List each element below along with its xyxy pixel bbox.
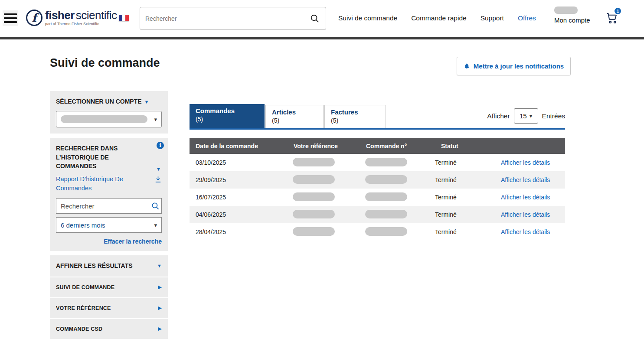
entries-label-before: Afficher <box>487 112 510 120</box>
column-header-order-number: Commande n° <box>360 143 435 150</box>
header-divider <box>0 37 644 39</box>
filter-votre-reference[interactable]: VOTRE RÉFÉRENCE ▶ <box>50 298 168 318</box>
chevron-down-icon: ▾ <box>154 116 157 123</box>
redacted-account-value <box>61 115 147 123</box>
view-details-link[interactable]: Afficher les détails <box>501 159 550 166</box>
triangle-right-icon: ▶ <box>158 326 162 332</box>
table-row: 04/06/2025 Terminé Afficher les détails <box>190 206 565 223</box>
order-history-report-link[interactable]: Rapport D’historique De Commandes <box>56 175 138 193</box>
order-status: Terminé <box>435 194 501 201</box>
filter-commande-csd[interactable]: COMMANDE CSD ▶ <box>50 319 168 339</box>
refine-results-title: AFFINER LES RÉSULTATS <box>56 261 133 270</box>
fisher-logo[interactable]: f fisherscientific part of Thermo Fisher… <box>26 10 117 26</box>
table-row: 29/09/2025 Terminé Afficher les détails <box>190 171 565 189</box>
entries-control: Afficher 15 ▾ Entrées <box>487 108 565 124</box>
chevron-down-icon: ▾ <box>154 222 157 228</box>
language-flag-fr-icon[interactable] <box>119 15 129 21</box>
account-select[interactable]: ▾ <box>56 111 162 127</box>
redacted-order-number <box>365 192 407 201</box>
logo-tagline: part of Thermo Fisher Scientific <box>45 22 117 26</box>
download-icon[interactable] <box>154 176 162 193</box>
table-header-row: Date de la commande Votre référence Comm… <box>190 138 565 154</box>
redacted-reference <box>293 192 335 201</box>
order-status: Terminé <box>435 228 501 235</box>
order-date: 29/09/2025 <box>190 176 288 183</box>
page-title: Suivi de commande <box>50 56 160 70</box>
order-status: Terminé <box>435 211 501 218</box>
cart-badge: 1 <box>614 7 622 15</box>
select-account-title: SÉLECTIONNER UN COMPTE <box>56 98 142 105</box>
account-label: Mon compte <box>554 16 590 24</box>
order-status: Terminé <box>435 176 501 183</box>
redacted-account-name <box>554 7 578 14</box>
view-details-link[interactable]: Afficher les détails <box>501 228 550 235</box>
filter-suivi-de-commande[interactable]: SUIVI DE COMMANDE ▶ <box>50 277 168 297</box>
view-details-link[interactable]: Afficher les détails <box>501 211 550 218</box>
redacted-order-number <box>365 227 407 236</box>
search-icon[interactable] <box>310 14 320 23</box>
cart-button[interactable]: 1 <box>605 11 622 26</box>
column-header-date: Date de la commande <box>190 143 288 150</box>
logo-word-fisher: fisher <box>45 9 75 22</box>
nav-commande-rapide[interactable]: Commande rapide <box>411 14 467 22</box>
nav-support[interactable]: Support <box>481 14 504 22</box>
tabs-underline <box>190 128 565 130</box>
history-search-input[interactable] <box>56 202 151 210</box>
account-menu[interactable]: Mon compte <box>554 7 590 24</box>
entries-label-after: Entrées <box>542 112 565 120</box>
header-search-input[interactable] <box>140 15 310 22</box>
select-account-panel: SÉLECTIONNER UN COMPTE▼ ▾ <box>50 91 168 134</box>
search-icon[interactable] <box>151 202 160 210</box>
redacted-order-number <box>365 175 407 184</box>
table-row: 28/04/2025 Terminé Afficher les détails <box>190 223 565 241</box>
column-header-status: Statut <box>435 143 501 150</box>
table-row: 03/10/2025 Terminé Afficher les détails <box>190 154 565 171</box>
redacted-order-number <box>365 158 407 166</box>
entries-select[interactable]: 15 ▾ <box>514 108 538 124</box>
view-details-link[interactable]: Afficher les détails <box>501 176 550 183</box>
collapse-triangle-icon[interactable]: ▼ <box>156 166 161 172</box>
header: f fisherscientific part of Thermo Fisher… <box>0 0 644 37</box>
update-notifications-button[interactable]: Mettre à jour les notifications <box>457 57 571 75</box>
redacted-order-number <box>365 210 407 218</box>
bell-icon <box>464 63 470 69</box>
refine-results-panel: AFFINER LES RÉSULTATS ▼ <box>50 255 168 276</box>
header-search <box>140 7 326 30</box>
history-search-box <box>56 198 162 214</box>
collapse-triangle-icon[interactable]: ▼ <box>144 99 149 104</box>
redacted-reference <box>293 158 335 166</box>
tab-factures[interactable]: Factures (5) <box>324 105 386 128</box>
table-row: 16/07/2025 Terminé Afficher les détails <box>190 189 565 206</box>
page: f fisherscientific part of Thermo Fisher… <box>0 0 644 342</box>
triangle-right-icon: ▶ <box>158 305 162 311</box>
top-nav: Suivi de commande Commande rapide Suppor… <box>338 14 536 22</box>
redacted-reference <box>293 210 335 218</box>
period-select[interactable]: 6 derniers mois ▾ <box>56 217 162 233</box>
tab-commandes[interactable]: Commandes (5) <box>190 104 265 128</box>
period-value: 6 derniers mois <box>61 221 105 229</box>
order-date: 16/07/2025 <box>190 194 288 201</box>
entries-value: 15 <box>520 112 527 120</box>
order-date: 28/04/2025 <box>190 228 288 235</box>
orders-content: Commandes (5) Articles (5) Factures (5) … <box>190 104 565 241</box>
logo-word-scientific: scientific <box>76 9 117 22</box>
tab-articles[interactable]: Articles (5) <box>265 105 324 128</box>
clear-search-link[interactable]: Effacer la recherche <box>56 238 162 245</box>
nav-offres[interactable]: Offres <box>518 14 536 22</box>
tabs-row: Commandes (5) Articles (5) Factures (5) … <box>190 104 565 128</box>
nav-suivi-de-commande[interactable]: Suivi de commande <box>338 14 397 22</box>
collapse-triangle-icon[interactable]: ▼ <box>157 263 162 268</box>
chevron-down-icon: ▾ <box>530 113 533 119</box>
order-date: 03/10/2025 <box>190 159 288 166</box>
fisher-logo-mark-icon: f <box>26 10 42 26</box>
order-history-search-panel: i RECHERCHER DANS L’HISTORIQUE DE COMMAN… <box>50 138 168 251</box>
sidebar: SÉLECTIONNER UN COMPTE▼ ▾ i RECHERCHER D… <box>50 91 168 340</box>
hamburger-menu-icon[interactable] <box>3 10 18 26</box>
order-history-title: RECHERCHER DANS L’HISTORIQUE DE COMMANDE… <box>56 144 143 170</box>
notifications-button-label: Mettre à jour les notifications <box>474 62 564 70</box>
view-details-link[interactable]: Afficher les détails <box>501 194 550 201</box>
redacted-reference <box>293 227 335 236</box>
orders-table: Date de la commande Votre référence Comm… <box>190 138 565 241</box>
triangle-right-icon: ▶ <box>158 284 162 290</box>
info-icon[interactable]: i <box>157 142 164 149</box>
